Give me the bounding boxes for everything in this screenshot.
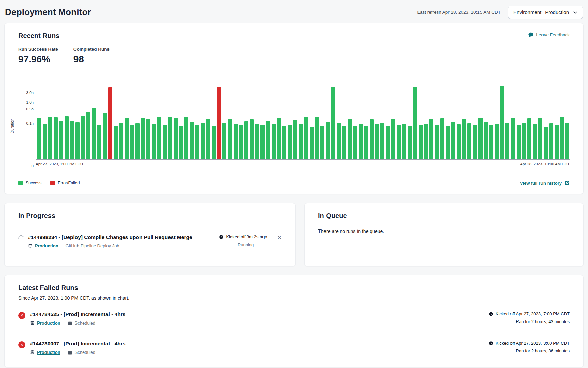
chart-bar-success[interactable] (304, 117, 308, 159)
chart-bar-success[interactable] (565, 123, 569, 160)
chart-bar-success[interactable] (440, 118, 444, 159)
chart-bar-success[interactable] (473, 125, 477, 160)
chart-bar-success[interactable] (397, 125, 401, 160)
chart-bar-success[interactable] (489, 125, 493, 159)
chart-bar-success[interactable] (555, 125, 559, 159)
chart-bar-success[interactable] (70, 121, 74, 159)
environment-dropdown[interactable]: Environment Production (508, 6, 583, 19)
leave-feedback-link[interactable]: Leave Feedback (528, 32, 570, 38)
chart-bar-success[interactable] (157, 117, 161, 159)
chart-bar-success[interactable] (43, 124, 47, 159)
chart-bar-success[interactable] (125, 118, 129, 159)
chart-bar-success[interactable] (293, 120, 297, 159)
chart-bar-success[interactable] (402, 124, 406, 159)
chart-bar-success[interactable] (495, 124, 499, 159)
chart-bar-success[interactable] (81, 116, 85, 159)
chart-bar-success[interactable] (163, 125, 167, 159)
chart-bar-success[interactable] (446, 126, 450, 159)
chart-bar-success[interactable] (282, 126, 286, 159)
chart-bar-success[interactable] (190, 122, 194, 159)
chart-bar-success[interactable] (195, 125, 199, 160)
chart-bar-success[interactable] (310, 127, 314, 159)
chart-bar-success[interactable] (135, 123, 140, 159)
chart-bar-success[interactable] (522, 123, 526, 159)
chart-bar-success[interactable] (337, 123, 341, 159)
chart-bar-success[interactable] (386, 126, 390, 159)
chart-bar-success[interactable] (500, 86, 504, 159)
chart-bar-success[interactable] (222, 123, 226, 160)
chart-bar-success[interactable] (86, 112, 90, 159)
chart-bar-success[interactable] (544, 127, 548, 160)
chart-bar-success[interactable] (331, 87, 335, 159)
chart-bar-success[interactable] (97, 125, 101, 159)
chart-bar-success[interactable] (179, 126, 183, 159)
chart-bar-success[interactable] (370, 119, 374, 159)
chart-bar-success[interactable] (130, 125, 134, 159)
chart-bar-success[interactable] (114, 126, 118, 159)
chart-bar-success[interactable] (255, 124, 259, 159)
chart-bar-success[interactable] (435, 125, 439, 159)
chart-bar-success[interactable] (484, 122, 488, 159)
chart-bar-success[interactable] (467, 123, 471, 159)
chart-bar-success[interactable] (168, 117, 172, 159)
view-full-run-history-link[interactable]: View full run history (520, 180, 570, 186)
chart-bar-success[interactable] (228, 119, 232, 159)
chart-bar-success[interactable] (462, 119, 466, 159)
chart-bar-success[interactable] (75, 122, 80, 160)
chart-bar-success[interactable] (65, 116, 69, 159)
chart-bar-success[interactable] (560, 117, 564, 159)
chart-bar-success[interactable] (141, 118, 145, 159)
chart-bar-success[interactable] (429, 119, 433, 159)
chart-bar-success[interactable] (315, 117, 319, 159)
chart-bar-success[interactable] (48, 117, 52, 159)
failed-run-environment-link[interactable]: Production (37, 350, 60, 355)
chart-bar-success[interactable] (288, 125, 292, 159)
chart-bar-success[interactable] (533, 124, 537, 159)
chart-bar-success[interactable] (37, 118, 41, 159)
chart-bar-success[interactable] (413, 87, 417, 159)
in-progress-environment-link[interactable]: Production (35, 243, 58, 248)
chart-bar-success[interactable] (234, 124, 238, 159)
chart-bar-success[interactable] (359, 124, 363, 159)
chart-bar-success[interactable] (272, 124, 276, 159)
chart-bar-success[interactable] (201, 123, 205, 160)
chart-bar-success[interactable] (277, 118, 281, 159)
chart-bar-success[interactable] (342, 126, 346, 159)
chart-bar-success[interactable] (260, 125, 265, 159)
chart-bar-failed[interactable] (108, 87, 112, 159)
chart-bar-success[interactable] (239, 125, 243, 160)
chart-bar-success[interactable] (408, 126, 412, 159)
chart-bar-success[interactable] (364, 126, 368, 159)
chart-bar-success[interactable] (457, 124, 461, 159)
chart-bar-success[interactable] (348, 119, 352, 159)
chart-bar-success[interactable] (54, 117, 58, 159)
failed-run-environment-link[interactable]: Production (37, 320, 60, 326)
chart-bar-success[interactable] (244, 121, 248, 159)
chart-bar-success[interactable] (451, 122, 455, 159)
chart-bar-success[interactable] (146, 119, 150, 159)
chart-bar-success[interactable] (212, 126, 216, 159)
chart-bar-failed[interactable] (217, 87, 221, 159)
chart-bar-success[interactable] (375, 124, 379, 159)
chart-bar-success[interactable] (517, 125, 521, 159)
chart-bar-success[interactable] (250, 119, 254, 159)
chart-bar-success[interactable] (527, 118, 531, 159)
chart-bar-success[interactable] (320, 126, 324, 159)
chart-bar-success[interactable] (505, 123, 509, 160)
chart-bar-success[interactable] (549, 123, 553, 159)
chart-bar-success[interactable] (419, 125, 423, 160)
chart-bar-success[interactable] (326, 122, 330, 160)
chart-bar-success[interactable] (391, 119, 395, 159)
chart-bar-success[interactable] (299, 124, 303, 159)
chart-bar-success[interactable] (353, 126, 357, 159)
chart-bar-success[interactable] (119, 123, 123, 159)
chart-bar-success[interactable] (266, 121, 270, 160)
chart-bar-success[interactable] (511, 118, 515, 159)
chart-bar-success[interactable] (538, 118, 542, 159)
close-icon[interactable]: ✕ (277, 235, 282, 240)
chart-bar-success[interactable] (206, 119, 210, 159)
chart-bar-success[interactable] (92, 108, 96, 159)
chart-bar-success[interactable] (59, 121, 63, 159)
chart-bar-success[interactable] (380, 123, 384, 160)
chart-bar-success[interactable] (174, 118, 178, 159)
